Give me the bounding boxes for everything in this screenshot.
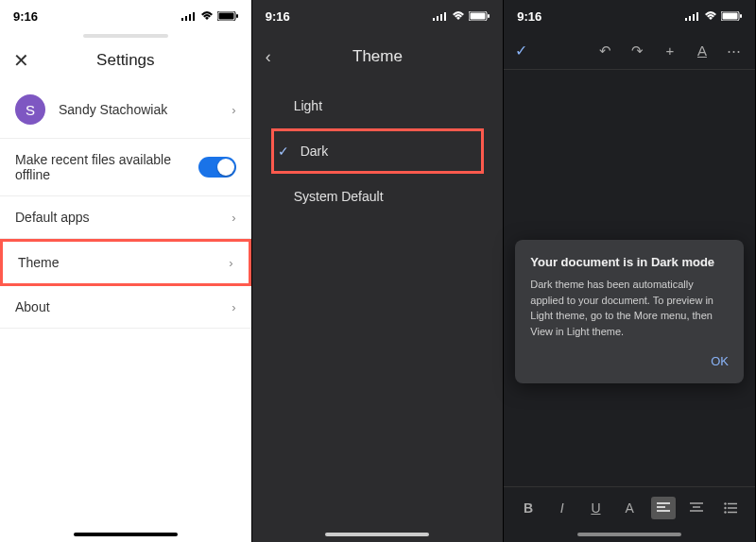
settings-screen: 9:16 ✕ Settings S Sandy Stachowiak › Mak…	[0, 0, 252, 542]
wifi-icon	[704, 11, 717, 21]
back-icon[interactable]: ‹	[266, 47, 271, 67]
align-center-icon[interactable]	[684, 497, 709, 519]
wifi-icon	[452, 11, 465, 21]
home-indicator	[74, 533, 178, 536]
theme-option-system[interactable]: ✓ System Default	[252, 174, 504, 219]
offline-toggle-row[interactable]: Make recent files available offline	[0, 139, 251, 196]
underline-button[interactable]: U	[583, 497, 608, 519]
chevron-right-icon: ›	[232, 300, 235, 314]
default-apps-row[interactable]: Default apps ›	[0, 196, 251, 239]
svg-rect-3	[193, 12, 195, 21]
bullet-list-icon[interactable]	[718, 497, 743, 519]
chevron-right-icon: ›	[232, 211, 235, 225]
svg-rect-13	[488, 14, 490, 18]
signal-icon	[181, 11, 197, 21]
svg-rect-19	[722, 13, 737, 20]
svg-rect-1	[185, 16, 187, 21]
svg-point-29	[724, 507, 726, 509]
svg-point-27	[724, 502, 726, 504]
battery-icon	[469, 11, 490, 21]
dialog-title: Your document is in Dark mode	[530, 255, 729, 269]
svg-rect-17	[696, 12, 698, 21]
svg-rect-16	[693, 14, 695, 21]
home-indicator	[325, 533, 429, 536]
italic-button[interactable]: I	[550, 497, 575, 519]
status-bar: 9:16	[0, 0, 251, 32]
status-icons	[433, 11, 490, 21]
theme-option-label: Light	[294, 98, 322, 113]
svg-rect-6	[236, 14, 238, 18]
status-time: 9:16	[517, 9, 541, 24]
svg-rect-0	[181, 18, 183, 21]
svg-rect-14	[685, 18, 687, 21]
about-label: About	[15, 299, 232, 314]
avatar: S	[15, 94, 45, 125]
svg-rect-2	[189, 14, 191, 21]
check-icon: ✓	[271, 189, 294, 204]
signal-icon	[433, 11, 448, 21]
status-icons	[181, 11, 238, 21]
check-icon: ✓	[271, 98, 294, 113]
text-color-button[interactable]: A	[617, 497, 642, 519]
check-icon: ✓	[278, 144, 301, 159]
editor-toolbar: ✓ ↶ ↷ + A ⋯	[504, 32, 755, 69]
theme-header: ‹ Theme	[252, 32, 504, 83]
theme-option-light[interactable]: ✓ Light	[252, 83, 504, 128]
bold-button[interactable]: B	[516, 497, 541, 519]
done-check-icon[interactable]: ✓	[515, 42, 527, 59]
plus-icon[interactable]: +	[661, 42, 679, 59]
offline-toggle[interactable]	[198, 157, 236, 178]
svg-rect-5	[218, 13, 233, 20]
svg-rect-9	[440, 14, 442, 21]
theme-option-label: System Default	[294, 189, 384, 204]
account-row[interactable]: S Sandy Stachowiak ›	[0, 85, 251, 139]
signal-icon	[685, 11, 700, 21]
status-icons	[685, 11, 742, 21]
about-row[interactable]: About ›	[0, 286, 251, 329]
svg-rect-7	[433, 18, 435, 21]
align-left-icon[interactable]	[651, 497, 676, 519]
dark-mode-dialog: Your document is in Dark mode Dark theme…	[515, 240, 744, 383]
close-icon[interactable]: ✕	[13, 51, 29, 70]
svg-rect-12	[471, 13, 486, 20]
theme-option-label: Dark	[301, 144, 329, 159]
text-format-icon[interactable]: A	[693, 42, 712, 59]
dialog-ok-button[interactable]: OK	[530, 354, 729, 368]
wifi-icon	[200, 11, 214, 21]
svg-rect-10	[444, 12, 446, 21]
theme-option-dark[interactable]: ✓ Dark	[271, 128, 485, 174]
status-bar: 9:16	[504, 0, 755, 32]
settings-header: ✕ Settings	[0, 38, 251, 85]
svg-rect-15	[689, 16, 691, 21]
svg-point-31	[724, 511, 726, 513]
dialog-body: Dark theme has been automatically applie…	[530, 277, 729, 339]
redo-icon[interactable]: ↷	[628, 42, 647, 59]
page-title: Theme	[352, 47, 403, 66]
theme-screen: 9:16 ‹ Theme ✓ Light ✓ Dark ✓ System Def…	[252, 0, 505, 542]
document-canvas[interactable]: Your document is in Dark mode Dark theme…	[504, 69, 755, 486]
theme-row[interactable]: Theme ›	[0, 239, 251, 286]
default-apps-label: Default apps	[15, 210, 232, 225]
document-screen: 9:16 ✓ ↶ ↷ + A ⋯ Your document is in Dar…	[504, 0, 756, 542]
svg-rect-20	[740, 14, 742, 18]
chevron-right-icon: ›	[232, 103, 235, 117]
status-time: 9:16	[13, 9, 38, 24]
more-icon[interactable]: ⋯	[725, 42, 744, 59]
svg-rect-8	[437, 16, 438, 21]
theme-label: Theme	[18, 255, 229, 270]
offline-label: Make recent files available offline	[15, 152, 198, 182]
status-bar: 9:16	[252, 0, 504, 32]
undo-icon[interactable]: ↶	[596, 42, 615, 59]
status-time: 9:16	[266, 9, 290, 24]
home-indicator	[577, 533, 681, 536]
battery-icon	[217, 11, 238, 21]
battery-icon	[721, 11, 742, 21]
chevron-right-icon: ›	[229, 256, 232, 270]
account-name: Sandy Stachowiak	[59, 102, 232, 117]
page-title: Settings	[96, 51, 154, 70]
